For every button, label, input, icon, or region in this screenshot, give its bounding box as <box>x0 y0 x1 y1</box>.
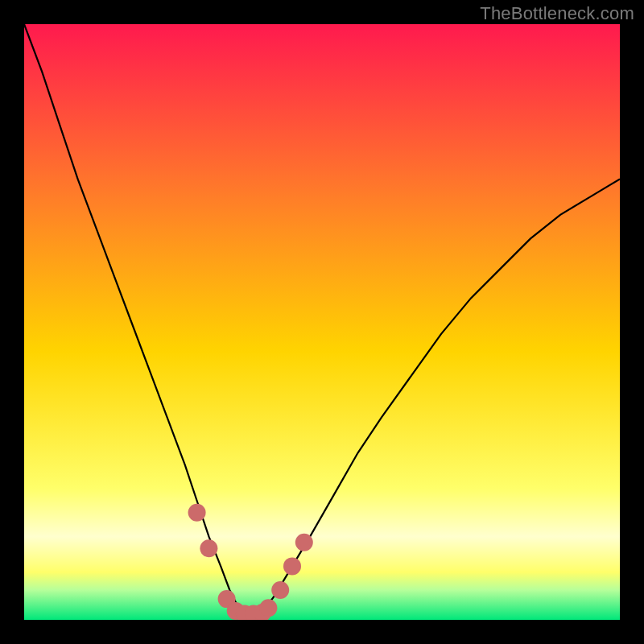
chart-frame: TheBottleneck.com <box>0 0 644 644</box>
valley-dot <box>188 504 206 522</box>
valley-dot <box>200 539 217 557</box>
valley-dot <box>283 557 301 575</box>
valley-dot <box>259 599 277 617</box>
watermark-text: TheBottleneck.com <box>480 3 634 24</box>
valley-dot <box>271 581 289 599</box>
gradient-background <box>24 24 620 620</box>
valley-dot <box>295 534 313 551</box>
bottleneck-chart <box>24 24 620 620</box>
